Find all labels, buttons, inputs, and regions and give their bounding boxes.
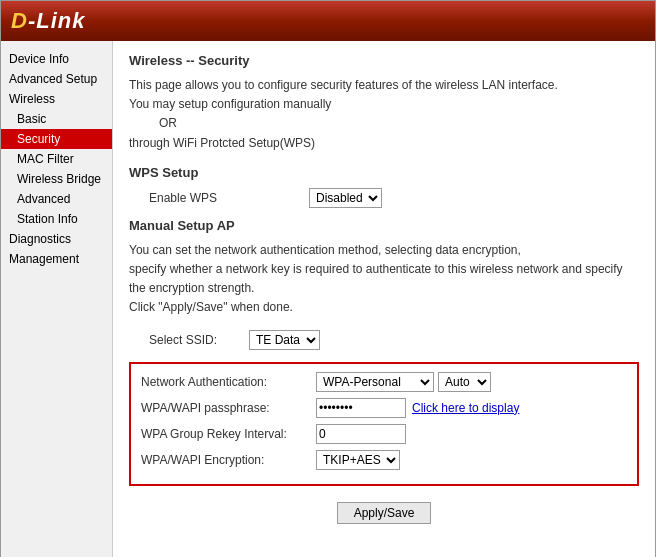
page-description: This page allows you to configure securi… <box>129 76 639 153</box>
ssid-label: Select SSID: <box>149 333 249 347</box>
wpa-passphrase-input[interactable] <box>316 398 406 418</box>
security-settings-box: Network Authentication: WPA-Personal WPA… <box>129 362 639 486</box>
sidebar-item-mac-filter[interactable]: MAC Filter <box>1 149 112 169</box>
sidebar-item-security[interactable]: Security <box>1 129 112 149</box>
wpa-passphrase-row: WPA/WAPI passphrase: Click here to displ… <box>141 398 627 418</box>
wpa-encryption-select[interactable]: TKIP+AES TKIP AES <box>316 450 400 470</box>
sidebar-item-wireless-bridge[interactable]: Wireless Bridge <box>1 169 112 189</box>
sidebar-item-diagnostics[interactable]: Diagnostics <box>1 229 112 249</box>
click-display-link[interactable]: Click here to display <box>412 401 519 415</box>
manual-desc-2: specify whether a network key is require… <box>129 262 623 295</box>
wpa-rekey-label: WPA Group Rekey Interval: <box>141 427 316 441</box>
manual-desc-3: Click "Apply/Save" when done. <box>129 300 293 314</box>
main-layout: Device Info Advanced Setup Wireless Basi… <box>1 41 655 557</box>
network-auth-row: Network Authentication: WPA-Personal WPA… <box>141 372 627 392</box>
wps-enable-label: Enable WPS <box>149 191 309 205</box>
apply-row: Apply/Save <box>129 502 639 524</box>
manual-desc-1: You can set the network authentication m… <box>129 243 521 257</box>
wpa-passphrase-label: WPA/WAPI passphrase: <box>141 401 316 415</box>
logo-d: D <box>11 8 28 33</box>
manual-section-title: Manual Setup AP <box>129 218 639 233</box>
sidebar: Device Info Advanced Setup Wireless Basi… <box>1 41 113 557</box>
wpa-rekey-row: WPA Group Rekey Interval: <box>141 424 627 444</box>
desc-line-3: OR <box>129 116 177 130</box>
apply-save-button[interactable]: Apply/Save <box>337 502 432 524</box>
desc-line-2: You may setup configuration manually <box>129 97 331 111</box>
wps-section-title: WPS Setup <box>129 165 639 180</box>
auth-sub-select[interactable]: Auto TKIP AES <box>438 372 491 392</box>
sidebar-item-station-info[interactable]: Station Info <box>1 209 112 229</box>
desc-line-1: This page allows you to configure securi… <box>129 78 558 92</box>
wpa-encryption-label: WPA/WAPI Encryption: <box>141 453 316 467</box>
wpa-encryption-row: WPA/WAPI Encryption: TKIP+AES TKIP AES <box>141 450 627 470</box>
sidebar-item-wireless[interactable]: Wireless <box>1 89 112 109</box>
sidebar-item-advanced[interactable]: Advanced <box>1 189 112 209</box>
sidebar-item-device-info[interactable]: Device Info <box>1 49 112 69</box>
wpa-rekey-input[interactable] <box>316 424 406 444</box>
network-auth-select[interactable]: WPA-Personal WPA2-Personal WPA-Enterpris… <box>316 372 434 392</box>
ssid-row: Select SSID: TE Data <box>129 330 639 350</box>
content-area: Wireless -- Security This page allows yo… <box>113 41 655 557</box>
page-title: Wireless -- Security <box>129 53 639 68</box>
wps-enable-select[interactable]: Disabled Enabled <box>309 188 382 208</box>
sidebar-item-advanced-setup[interactable]: Advanced Setup <box>1 69 112 89</box>
header: D-Link <box>1 1 655 41</box>
desc-line-4: through WiFi Protcted Setup(WPS) <box>129 136 315 150</box>
manual-description: You can set the network authentication m… <box>129 241 639 318</box>
wps-enable-row: Enable WPS Disabled Enabled <box>129 188 639 208</box>
network-auth-label: Network Authentication: <box>141 375 316 389</box>
logo: D-Link <box>11 8 85 34</box>
ssid-select[interactable]: TE Data <box>249 330 320 350</box>
logo-link: -Link <box>28 8 86 33</box>
sidebar-item-basic[interactable]: Basic <box>1 109 112 129</box>
sidebar-item-management[interactable]: Management <box>1 249 112 269</box>
